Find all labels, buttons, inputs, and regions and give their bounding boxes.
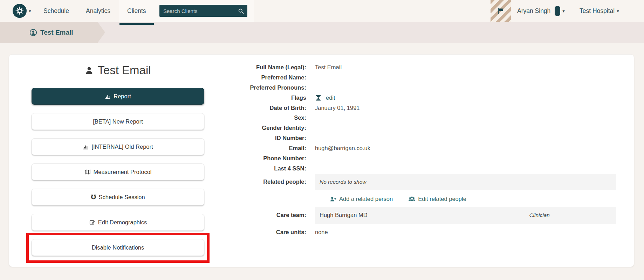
care-team-label: Care team: [195, 212, 306, 218]
stethoscope-icon: ℧ [91, 194, 96, 200]
field-value: hugh@barrigan.co.uk [315, 145, 370, 152]
care-team-member: Hugh Barrigan MD [320, 212, 368, 218]
top-header: ▾ Schedule Analytics Clients Aryan Singh… [0, 0, 644, 22]
client-title: Test Email [32, 62, 204, 78]
user-menu[interactable]: Aryan Singh ▾ [517, 0, 565, 22]
hourglass-icon [315, 94, 322, 101]
disable-notifications-label: Disable Notifications [92, 244, 144, 251]
chevron-down-icon: ▾ [29, 9, 31, 13]
pencil-square-icon [89, 219, 95, 225]
client-title-text: Test Email [97, 64, 151, 77]
flags-edit-link[interactable]: edit [326, 94, 335, 101]
client-profile-card: Test Email Report [BETA] New Report [INT… [9, 54, 634, 267]
nav-schedule-label: Schedule [43, 7, 69, 15]
chevron-down-icon: ▾ [617, 9, 619, 13]
measurement-protocol-button[interactable]: Measurement Protocol [32, 163, 204, 180]
add-related-person-link[interactable]: Add a related person [330, 196, 393, 203]
flag-icon [497, 7, 504, 14]
report-button[interactable]: Report [32, 88, 204, 105]
field-label: Sex: [195, 114, 306, 121]
main-nav: Schedule Analytics Clients [35, 0, 155, 22]
care-team-row: Hugh Barrigan MD Clinician [315, 207, 616, 224]
app-logo [13, 4, 27, 18]
breadcrumb-bar: Test Email [0, 22, 644, 43]
schedule-session-button[interactable]: ℧ Schedule Session [32, 189, 204, 205]
related-people-label: Related people: [195, 178, 306, 185]
add-related-person-label: Add a related person [339, 196, 393, 202]
phone-pill-icon [555, 6, 560, 16]
flag-badge[interactable] [491, 0, 511, 22]
client-details: Full Name (Legal):Test Email Preferred N… [195, 62, 616, 238]
user-name: Aryan Singh [517, 7, 550, 15]
care-units-label: Care units: [195, 229, 306, 236]
field-label: Preferred Pronouns: [195, 84, 306, 91]
report-button-label: Report [114, 93, 131, 100]
edit-demographics-label: Edit Demographics [98, 219, 147, 226]
field-label: Flags [195, 94, 306, 101]
field-label: Email: [195, 145, 306, 152]
org-menu[interactable]: Test Hospital ▾ [580, 0, 619, 22]
org-name: Test Hospital [580, 7, 615, 15]
app-logo-menu[interactable]: ▾ [13, 4, 31, 18]
internal-old-report-label: [INTERNAL] Old Report [91, 144, 153, 150]
person-bust-icon [85, 66, 94, 75]
eight-point-star-icon [15, 6, 24, 15]
field-label: Last 4 SSN: [195, 165, 306, 172]
field-label: Phone Number: [195, 155, 306, 162]
nav-analytics-label: Analytics [86, 7, 110, 15]
edit-related-people-label: Edit related people [418, 196, 466, 202]
person-plus-icon [330, 196, 337, 203]
edit-related-people-link[interactable]: Edit related people [408, 195, 466, 203]
related-people-empty: No records to show [315, 174, 616, 190]
bar-chart-icon [83, 144, 89, 150]
field-label: ID Number: [195, 135, 306, 141]
field-label: Preferred Name: [195, 74, 306, 81]
map-icon [84, 169, 91, 175]
beta-new-report-label: [BETA] New Report [93, 118, 143, 125]
nav-analytics[interactable]: Analytics [77, 0, 119, 22]
beta-new-report-button[interactable]: [BETA] New Report [32, 113, 204, 130]
disable-notifications-button[interactable]: Disable Notifications [32, 239, 204, 256]
schedule-session-label: Schedule Session [99, 194, 145, 201]
field-value: January 01, 1991 [315, 105, 360, 111]
people-icon [408, 195, 416, 203]
field-value: Test Email [315, 64, 342, 71]
care-team-role: Clinician [529, 212, 550, 218]
client-search [159, 5, 247, 17]
nav-schedule[interactable]: Schedule [35, 0, 77, 22]
nav-clients[interactable]: Clients [119, 0, 155, 22]
breadcrumb[interactable]: Test Email [0, 22, 105, 43]
nav-clients-label: Clients [127, 7, 146, 15]
edit-demographics-button[interactable]: Edit Demographics [32, 214, 204, 231]
bar-chart-icon [105, 93, 111, 99]
search-icon[interactable] [238, 8, 244, 14]
action-buttons: Report [BETA] New Report [INTERNAL] Old … [32, 88, 204, 264]
measurement-protocol-label: Measurement Protocol [94, 169, 152, 175]
chevron-down-icon: ▾ [562, 9, 565, 13]
field-label: Date of Birth: [195, 105, 306, 111]
field-label: Gender Identity: [195, 125, 306, 131]
field-label: Full Name (Legal): [195, 64, 306, 71]
breadcrumb-label: Test Email [40, 29, 73, 36]
person-circle-icon [29, 29, 37, 36]
search-input[interactable] [159, 8, 238, 14]
care-units-value: none [315, 229, 328, 236]
internal-old-report-button[interactable]: [INTERNAL] Old Report [32, 138, 204, 155]
